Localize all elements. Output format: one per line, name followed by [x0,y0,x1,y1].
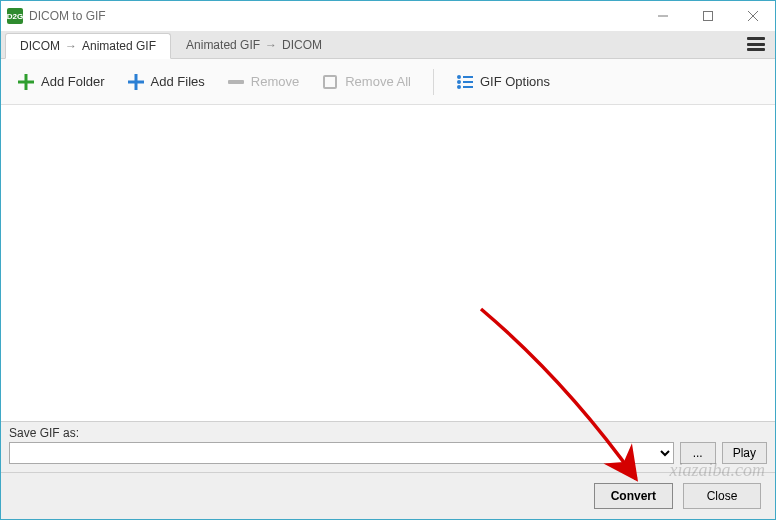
close-window-button[interactable] [730,1,775,31]
window-controls [640,1,775,31]
svg-rect-1 [703,12,712,21]
toolbar-label: Remove All [345,74,411,89]
tab-strip: DICOM → Animated GIF Animated GIF → DICO… [1,31,775,59]
tab-label-to: DICOM [282,38,322,52]
arrow-right-icon: → [265,38,277,52]
browse-button[interactable]: ... [680,442,716,464]
svg-rect-11 [463,81,473,83]
tab-dicom-to-gif[interactable]: DICOM → Animated GIF [5,33,171,59]
list-icon [456,73,474,91]
toolbar-label: Add Files [151,74,205,89]
convert-button[interactable]: Convert [594,483,673,509]
application-window: D2G DICOM to GIF DICOM → Animated GIF An… [0,0,776,520]
save-label: Save GIF as: [9,426,767,440]
window-title: DICOM to GIF [29,9,640,23]
toolbar-label: Add Folder [41,74,105,89]
svg-point-10 [457,80,461,84]
svg-point-12 [457,85,461,89]
svg-point-8 [457,75,461,79]
plus-icon [127,73,145,91]
hamburger-icon [747,37,765,40]
add-folder-button[interactable]: Add Folder [11,69,111,95]
save-panel: Save GIF as: ... Play [1,421,775,473]
close-button[interactable]: Close [683,483,761,509]
file-list-area[interactable] [1,105,775,421]
plus-icon [17,73,35,91]
titlebar: D2G DICOM to GIF [1,1,775,31]
svg-rect-13 [463,86,473,88]
gif-options-button[interactable]: GIF Options [450,69,556,95]
app-icon: D2G [7,8,23,24]
minimize-button[interactable] [640,1,685,31]
tab-label-from: DICOM [20,39,60,53]
footer: Convert Close [1,473,775,519]
remove-button[interactable]: Remove [221,69,305,95]
maximize-icon [703,11,713,21]
menu-button[interactable] [745,35,767,53]
tab-label-from: Animated GIF [186,38,260,52]
play-button[interactable]: Play [722,442,767,464]
tab-label-to: Animated GIF [82,39,156,53]
toolbar-label: Remove [251,74,299,89]
tab-gif-to-dicom[interactable]: Animated GIF → DICOM [171,32,337,58]
toolbar-label: GIF Options [480,74,550,89]
save-path-combo[interactable] [9,442,674,464]
arrow-right-icon: → [65,39,77,53]
maximize-button[interactable] [685,1,730,31]
svg-rect-7 [128,80,144,83]
close-icon [748,11,758,21]
minus-icon [227,73,245,91]
add-files-button[interactable]: Add Files [121,69,211,95]
remove-all-button[interactable]: Remove All [315,69,417,95]
square-icon [321,73,339,91]
minimize-icon [658,11,668,21]
toolbar: Add Folder Add Files Remove Remove All [1,59,775,105]
toolbar-separator [433,69,434,95]
svg-rect-5 [18,80,34,83]
svg-rect-9 [463,76,473,78]
